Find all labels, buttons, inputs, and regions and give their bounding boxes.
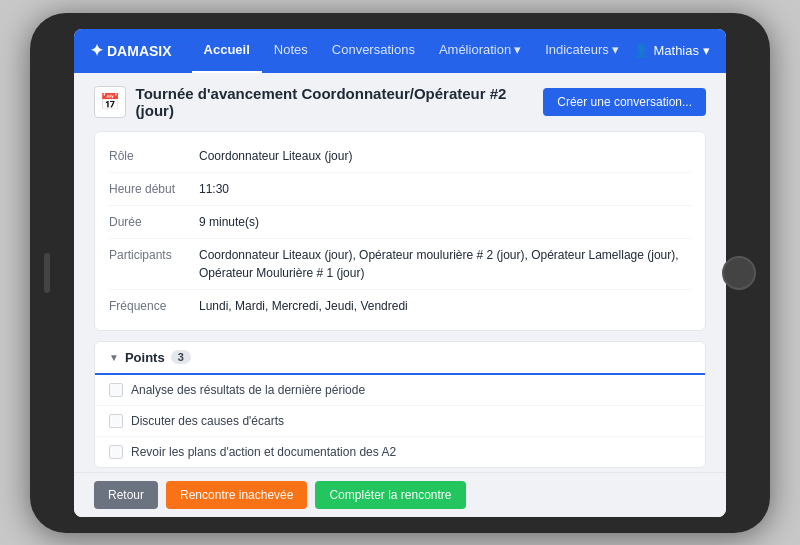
brand-name: DAMASIX (107, 43, 172, 59)
create-conversation-button[interactable]: Créer une conversation... (543, 88, 706, 116)
points-title: Points (125, 350, 165, 365)
main-content: 📅 Tournée d'avancement Coordonnateur/Opé… (74, 73, 726, 472)
frequency-row: Fréquence Lundi, Mardi, Mercredi, Jeudi,… (109, 290, 691, 322)
start-row: Heure début 11:30 (109, 173, 691, 206)
point-text-1: Analyse des résultats de la dernière pér… (131, 383, 365, 397)
frequency-label: Fréquence (109, 297, 199, 315)
user-menu[interactable]: 👤 Mathias ▾ (633, 43, 710, 58)
frequency-value: Lundi, Mardi, Mercredi, Jeudi, Vendredi (199, 297, 691, 315)
point-text-2: Discuter des causes d'écarts (131, 414, 284, 428)
point-text-3: Revoir les plans d'action et documentati… (131, 445, 396, 459)
nav-conversations[interactable]: Conversations (320, 29, 427, 73)
brand[interactable]: ✦ DAMASIX (90, 41, 172, 60)
start-label: Heure début (109, 180, 199, 198)
nav-amelioration[interactable]: Amélioration ▾ (427, 29, 533, 73)
info-card: Rôle Coordonnateur Liteaux (jour) Heure … (94, 131, 706, 331)
role-value: Coordonnateur Liteaux (jour) (199, 147, 691, 165)
points-count-badge: 3 (171, 350, 191, 364)
user-icon: 👤 (633, 43, 649, 58)
page-header: 📅 Tournée d'avancement Coordonnateur/Opé… (94, 85, 706, 119)
incomplete-meeting-button[interactable]: Rencontre inachevée (166, 481, 307, 509)
participants-value: Coordonnateur Liteaux (jour), Opérateur … (199, 246, 691, 282)
points-header[interactable]: ▼ Points 3 (95, 342, 705, 375)
role-row: Rôle Coordonnateur Liteaux (jour) (109, 140, 691, 173)
brand-icon: ✦ (90, 41, 103, 60)
participants-label: Participants (109, 246, 199, 264)
duration-value: 9 minute(s) (199, 213, 691, 231)
calendar-icon: 📅 (94, 86, 126, 118)
navbar: ✦ DAMASIX Accueil Notes Conversations Am… (74, 29, 726, 73)
list-item: Analyse des résultats de la dernière pér… (95, 375, 705, 406)
page-title-area: 📅 Tournée d'avancement Coordonnateur/Opé… (94, 85, 543, 119)
checkbox-3[interactable] (109, 445, 123, 459)
checkbox-1[interactable] (109, 383, 123, 397)
participants-row: Participants Coordonnateur Liteaux (jour… (109, 239, 691, 290)
start-value: 11:30 (199, 180, 691, 198)
nav-notes[interactable]: Notes (262, 29, 320, 73)
nav-accueil[interactable]: Accueil (192, 29, 262, 73)
duration-label: Durée (109, 213, 199, 231)
back-button[interactable]: Retour (94, 481, 158, 509)
complete-meeting-button[interactable]: Compléter la rencontre (315, 481, 465, 509)
list-item: Discuter des causes d'écarts (95, 406, 705, 437)
list-item: Revoir les plans d'action et documentati… (95, 437, 705, 467)
chevron-down-icon: ▾ (703, 43, 710, 58)
user-name: Mathias (653, 43, 699, 58)
screen: ✦ DAMASIX Accueil Notes Conversations Am… (74, 29, 726, 517)
tablet-frame: ✦ DAMASIX Accueil Notes Conversations Am… (30, 13, 770, 533)
points-section: ▼ Points 3 Analyse des résultats de la d… (94, 341, 706, 468)
footer: Retour Rencontre inachevée Compléter la … (74, 472, 726, 517)
nav-indicateurs[interactable]: Indicateurs ▾ (533, 29, 631, 73)
chevron-down-icon: ▾ (514, 42, 521, 57)
checkbox-2[interactable] (109, 414, 123, 428)
chevron-right-icon: ▼ (109, 352, 119, 363)
page-title: Tournée d'avancement Coordonnateur/Opéra… (136, 85, 544, 119)
duration-row: Durée 9 minute(s) (109, 206, 691, 239)
role-label: Rôle (109, 147, 199, 165)
chevron-down-icon: ▾ (612, 42, 619, 57)
